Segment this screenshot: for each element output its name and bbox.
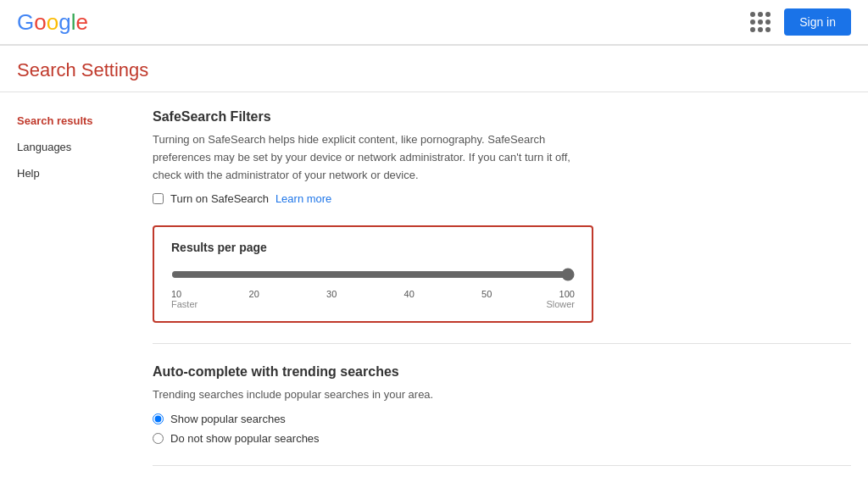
autocomplete-option-hide: Do not show popular searches [153,432,851,445]
show-searches-label: Show popular searches [170,413,286,425]
sign-in-button[interactable]: Sign in [784,8,851,36]
sidebar: Search results Languages Help [17,109,119,488]
header: Google Sign in [0,0,868,45]
safe-search-checkbox-label: Turn on SafeSearch [170,192,269,205]
slider-label-50: 50 [481,289,492,299]
section-divider-1 [153,343,851,344]
no-searches-radio[interactable] [153,433,164,444]
safe-search-checkbox[interactable] [153,193,164,204]
show-searches-radio[interactable] [153,413,164,424]
slider-label-10: 10 [171,289,181,299]
learn-more-link[interactable]: Learn more [275,192,331,205]
logo-letter-e: e [75,9,87,36]
slider-labels: 10 20 30 40 50 100 [171,289,575,299]
sidebar-item-search-results[interactable]: Search results [17,109,119,132]
logo-letter-o2: o [47,9,58,36]
slider-label-40: 40 [404,289,415,299]
slider-label-30: 30 [326,289,337,299]
no-searches-label: Do not show popular searches [170,432,320,445]
google-logo: Google [17,9,88,36]
logo-letter-g: G [17,9,34,36]
header-right: Sign in [750,8,851,36]
safe-search-section: SafeSearch Filters Turning on SafeSearch… [153,109,851,205]
safe-search-title: SafeSearch Filters [153,109,851,125]
main-layout: Search results Languages Help SafeSearch… [0,92,868,488]
slider-speed-labels: Faster Slower [171,299,575,309]
autocomplete-option-show: Show popular searches [153,413,851,425]
logo-letter-g2: g [58,9,70,36]
slider-slower-label: Slower [546,299,575,309]
results-per-page-title: Results per page [171,241,575,254]
autocomplete-description: Trending searches include popular search… [153,386,593,404]
autocomplete-radio-group: Show popular searches Do not show popula… [153,413,851,445]
slider-label-100: 100 [559,289,575,299]
results-per-page-section: Results per page 10 20 30 40 50 100 Fast… [153,225,851,323]
section-divider-2 [153,465,851,466]
apps-icon[interactable] [750,12,771,32]
results-per-page-box: Results per page 10 20 30 40 50 100 Fast… [153,225,593,323]
slider-label-20: 20 [249,289,259,299]
autocomplete-title: Auto-complete with trending searches [153,364,851,380]
logo-letter-o1: o [34,9,46,36]
slider-container [171,268,575,284]
logo-area: Google [17,9,88,36]
content-area: SafeSearch Filters Turning on SafeSearch… [153,109,851,488]
sidebar-item-help[interactable]: Help [17,162,119,185]
safe-search-checkbox-row: Turn on SafeSearch Learn more [153,192,851,205]
sidebar-item-languages[interactable]: Languages [17,136,119,158]
autocomplete-section: Auto-complete with trending searches Tre… [153,364,851,445]
page-title: Search Settings [0,46,868,92]
results-per-page-slider[interactable] [171,268,575,281]
safe-search-description: Turning on SafeSearch helps hide explici… [153,131,593,184]
slider-faster-label: Faster [171,299,198,309]
